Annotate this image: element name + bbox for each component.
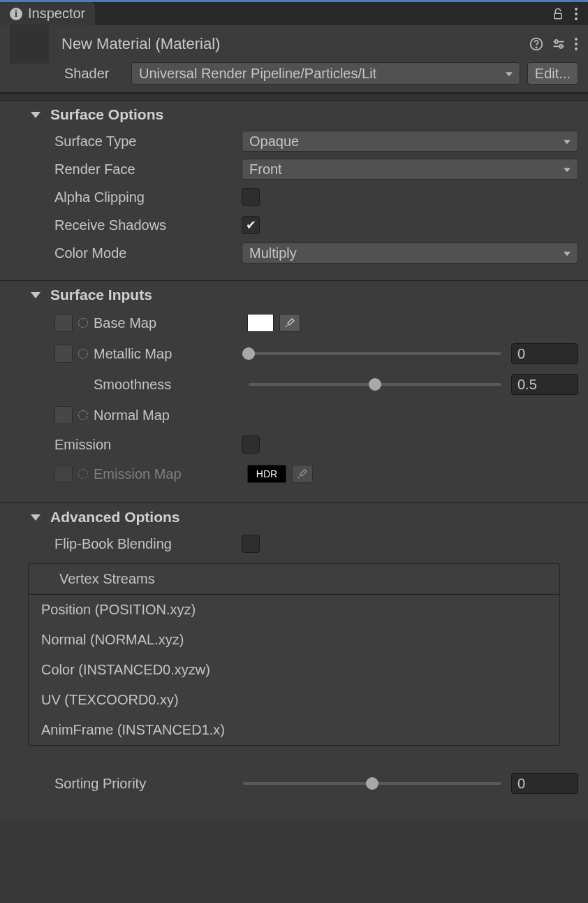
surface-inputs-foldout[interactable]: Surface Inputs [0, 281, 588, 308]
svg-point-9 [575, 43, 578, 45]
advanced-options-foldout[interactable]: Advanced Options [0, 503, 588, 530]
metallic-map-texture-slot[interactable] [54, 345, 73, 363]
material-header: New Material (Material) Shader Universal… [0, 25, 588, 94]
smoothness-value-field[interactable]: 0.5 [511, 374, 578, 395]
advanced-options-section: Advanced Options Flip-Book Blending Vert… [0, 503, 588, 818]
kebab-icon[interactable] [574, 7, 578, 21]
alpha-clipping-checkbox[interactable] [242, 188, 260, 206]
render-face-label: Render Face [54, 161, 242, 178]
svg-rect-0 [554, 13, 562, 19]
vertex-streams-header[interactable]: Vertex Streams [29, 564, 559, 595]
shader-dropdown[interactable]: Universal Render Pipeline/Particles/Lit [131, 62, 520, 85]
sorting-priority-field[interactable]: 0 [511, 773, 578, 794]
divider [0, 493, 588, 503]
eyedropper-button[interactable] [279, 314, 300, 332]
edit-shader-button[interactable]: Edit... [527, 62, 578, 85]
tab-actions [542, 2, 588, 25]
divider [0, 94, 588, 101]
metallic-map-label: Metallic Map [94, 346, 172, 362]
info-icon: i [10, 8, 22, 20]
material-title: New Material (Material) [57, 35, 521, 53]
vertex-stream-item[interactable]: AnimFrame (INSTANCED1.x) [29, 715, 559, 745]
surface-options-section: Surface Options Surface Type Opaque Rend… [0, 101, 588, 271]
chevron-down-icon [31, 514, 41, 521]
object-picker-icon[interactable] [78, 318, 88, 328]
tab-empty [95, 2, 542, 25]
svg-point-8 [575, 38, 578, 41]
vertex-stream-item[interactable]: Position (POSITION.xyz) [29, 595, 559, 625]
surface-type-dropdown[interactable]: Opaque [242, 131, 578, 152]
vertex-stream-item[interactable]: UV (TEXCOORD0.xy) [29, 685, 559, 715]
object-picker-icon[interactable] [78, 349, 88, 359]
surface-inputs-section: Surface Inputs Base Map Metallic Map 0 [0, 281, 588, 493]
shader-label: Shader [10, 66, 124, 82]
eyedropper-button [292, 465, 313, 483]
base-map-color[interactable] [247, 314, 274, 332]
inspector-tab[interactable]: i Inspector [0, 2, 95, 25]
emission-map-label: Emission Map [94, 466, 182, 482]
color-mode-dropdown[interactable]: Multiply [242, 243, 578, 263]
check-icon: ✔ [246, 217, 256, 233]
shader-value: Universal Render Pipeline/Particles/Lit [139, 66, 376, 82]
svg-point-5 [536, 47, 536, 48]
object-picker-icon [78, 469, 88, 479]
material-preview[interactable] [10, 24, 49, 64]
vertex-stream-item[interactable]: Normal (NORMAL.xyz) [29, 625, 559, 655]
vertex-stream-item[interactable]: Color (INSTANCED0.xyzw) [29, 655, 559, 685]
lock-icon[interactable] [552, 8, 564, 20]
slider-thumb[interactable] [369, 378, 381, 391]
svg-rect-6 [555, 40, 557, 43]
divider [0, 271, 588, 281]
base-map-label: Base Map [94, 315, 156, 331]
sorting-priority-label: Sorting Priority [54, 776, 242, 792]
help-icon[interactable] [529, 37, 543, 51]
normal-map-texture-slot[interactable] [54, 406, 73, 424]
flipbook-checkbox[interactable] [242, 535, 260, 553]
sorting-priority-slider[interactable] [243, 782, 501, 785]
emission-checkbox[interactable] [242, 435, 260, 454]
metallic-value-field[interactable]: 0 [511, 343, 578, 364]
svg-point-10 [575, 48, 578, 50]
receive-shadows-label: Receive Shadows [54, 217, 242, 233]
smoothness-label: Smoothness [94, 377, 171, 393]
render-face-dropdown[interactable]: Front [242, 159, 578, 180]
color-mode-label: Color Mode [54, 245, 242, 261]
chevron-down-icon [31, 292, 41, 298]
sliders-icon[interactable] [552, 37, 566, 51]
smoothness-slider[interactable] [249, 383, 501, 386]
base-map-texture-slot[interactable] [54, 314, 73, 332]
surface-options-foldout[interactable]: Surface Options [0, 101, 588, 127]
emission-hdr-color: HDR [247, 465, 286, 483]
metallic-slider[interactable] [249, 352, 501, 355]
slider-thumb[interactable] [366, 777, 378, 790]
svg-point-2 [575, 13, 578, 15]
svg-rect-7 [560, 45, 562, 48]
tab-title: Inspector [28, 6, 85, 22]
kebab-icon[interactable] [574, 37, 578, 51]
emission-map-texture-slot [54, 465, 73, 483]
receive-shadows-checkbox[interactable]: ✔ [242, 216, 260, 234]
object-picker-icon[interactable] [78, 410, 88, 420]
flipbook-label: Flip-Book Blending [54, 536, 242, 552]
normal-map-label: Normal Map [94, 407, 170, 424]
emission-label: Emission [54, 437, 242, 453]
slider-thumb[interactable] [242, 347, 255, 360]
svg-point-3 [575, 17, 578, 20]
svg-point-1 [575, 8, 578, 10]
tab-bar: i Inspector [0, 0, 588, 25]
vertex-streams-box: Vertex Streams Position (POSITION.xyz) N… [28, 563, 560, 746]
alpha-clipping-label: Alpha Clipping [54, 189, 242, 205]
chevron-down-icon [31, 112, 41, 118]
surface-type-label: Surface Type [54, 133, 242, 150]
